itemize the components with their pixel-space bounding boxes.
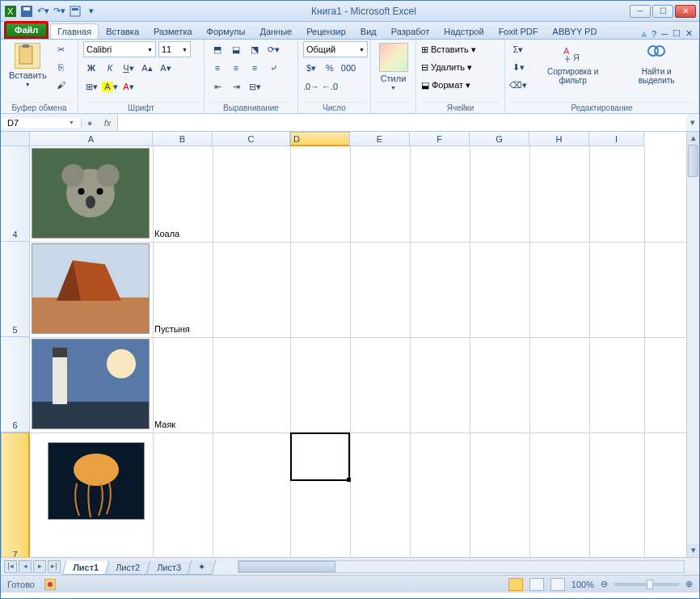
align-center-icon[interactable]: ≡ [228,60,244,76]
tab-рецензир[interactable]: Рецензир [299,23,353,39]
view-pagebreak-icon[interactable] [550,578,565,591]
format-cells-button[interactable]: ⬓Формат ▾ [421,77,470,93]
percent-icon[interactable]: % [322,60,338,76]
tab-главная[interactable]: Главная [50,23,99,39]
currency-icon[interactable]: $▾ [303,60,319,76]
undo-icon[interactable]: ↶▾ [36,5,49,18]
tab-разработ[interactable]: Разработ [384,23,436,39]
expand-fx-icon[interactable]: ▾ [686,117,699,128]
increase-decimal-icon[interactable]: .0→ [303,78,319,95]
horizontal-scrollbar[interactable] [238,560,685,573]
row-header-7[interactable]: 7 [1,432,30,557]
find-select-button[interactable]: Найти и выделить [619,41,694,86]
font-color-icon[interactable]: A▾ [120,78,137,95]
comma-icon[interactable]: 000 [340,60,356,76]
zoom-out-icon[interactable]: ⊖ [601,579,608,589]
col-header-C[interactable]: C [213,132,290,146]
insert-cells-button[interactable]: ⊞Вставить ▾ [421,41,476,57]
embedded-image-desert[interactable] [32,243,150,334]
fx-icon[interactable]: fx [98,118,117,128]
cells-area[interactable]: КоалаПустыняМаяк [30,146,686,557]
last-sheet-icon[interactable]: ▸| [48,560,61,573]
fill-color-icon[interactable]: A▾ [102,78,118,95]
orientation-icon[interactable]: ⟳▾ [265,41,281,57]
vertical-scrollbar[interactable]: ▴ ▾ [686,132,699,557]
font-name-select[interactable]: Calibri▼ [83,41,156,57]
tab-данные[interactable]: Данные [252,23,299,39]
shrink-font-icon[interactable]: A▾ [158,60,174,76]
zoom-level[interactable]: 100% [571,580,594,589]
name-box[interactable]: D7▼ [1,118,82,128]
doc-minimize-icon[interactable]: ─ [661,29,668,39]
cell-text[interactable]: Коала [153,227,181,240]
styles-button[interactable]: Стили ▼ [376,41,411,92]
autosum-icon[interactable]: Σ▾ [510,41,526,57]
underline-icon[interactable]: Ч▾ [120,60,137,76]
macro-record-icon[interactable] [44,579,56,590]
doc-restore-icon[interactable]: ☐ [673,28,681,39]
col-header-H[interactable]: H [529,132,589,146]
tab-вставка[interactable]: Вставка [99,23,146,39]
next-sheet-icon[interactable]: ▸ [33,560,46,573]
sheet-tab-Лист3[interactable]: Лист3 [146,561,192,575]
first-sheet-icon[interactable]: |◂ [4,560,17,573]
doc-close-icon[interactable]: ✕ [685,28,693,39]
formula-input[interactable] [117,114,686,131]
col-header-G[interactable]: G [470,132,529,146]
clear-icon[interactable]: ⌫▾ [510,77,526,93]
embedded-image-lighthouse[interactable] [32,339,150,429]
embedded-image-jellyfish[interactable] [48,442,145,520]
copy-icon[interactable]: ⎘ [53,59,70,75]
help-icon[interactable]: ? [652,29,656,39]
grow-font-icon[interactable]: A▴ [139,60,155,76]
cell-text[interactable]: Пустыня [153,323,192,335]
tab-foxit pdf[interactable]: Foxit PDF [491,23,546,39]
tab-надстрой[interactable]: Надстрой [436,23,491,39]
select-all-corner[interactable] [1,132,30,146]
scroll-up-icon[interactable]: ▴ [687,132,699,145]
scroll-down-icon[interactable]: ▾ [687,544,699,557]
number-format-select[interactable]: Общий▼ [303,41,368,57]
save-icon[interactable] [20,5,33,18]
paste-button[interactable]: Вставить ▼ [6,41,50,89]
zoom-slider[interactable] [614,583,679,586]
format-painter-icon[interactable]: 🖌 [53,77,70,93]
view-normal-icon[interactable] [508,578,523,591]
align-bottom-icon[interactable]: ⬔ [247,41,263,57]
merge-icon[interactable]: ⊟▾ [247,78,263,95]
align-top-icon[interactable]: ⬒ [209,41,226,57]
sort-filter-button[interactable]: АЯ Сортировка и фильтр [529,41,616,86]
redo-icon[interactable]: ↷▾ [53,5,65,18]
maximize-button[interactable]: ☐ [652,5,673,18]
align-right-icon[interactable]: ≡ [247,60,263,76]
col-header-D[interactable]: D [290,132,350,146]
scroll-thumb[interactable] [688,145,698,177]
font-size-select[interactable]: 11▼ [158,41,191,57]
active-cell[interactable] [290,432,350,481]
tab-abbyy pd[interactable]: ABBYY PD [546,23,605,39]
align-middle-icon[interactable]: ⬓ [228,41,244,57]
embedded-image-koala[interactable] [32,148,150,238]
tab-разметка[interactable]: Разметка [146,23,200,39]
qat-more-icon[interactable] [69,5,82,18]
align-left-icon[interactable]: ≡ [209,60,226,76]
tab-file[interactable]: Файл [4,21,48,39]
decrease-indent-icon[interactable]: ⇤ [209,78,226,95]
sheet-tab-Лист2[interactable]: Лист2 [105,561,151,575]
tab-вид[interactable]: Вид [353,23,384,39]
new-sheet-button[interactable]: ✦ [188,560,217,575]
row-header-5[interactable]: 5 [1,242,30,337]
col-header-A[interactable]: A [30,132,153,146]
cell-text[interactable]: Маяк [153,418,177,431]
tab-формулы[interactable]: Формулы [200,23,253,39]
sheet-tab-Лист1[interactable]: Лист1 [62,561,110,575]
zoom-in-icon[interactable]: ⊕ [685,579,693,589]
bold-icon[interactable]: Ж [83,60,99,76]
row-header-6[interactable]: 6 [1,337,30,432]
delete-cells-button[interactable]: ⊟Удалить ▾ [421,59,472,75]
decrease-decimal-icon[interactable]: ←.0 [322,78,338,95]
cut-icon[interactable]: ✂ [53,41,70,57]
border-icon[interactable]: ⊞▾ [83,78,99,95]
prev-sheet-icon[interactable]: ◂ [19,560,32,573]
row-header-4[interactable]: 4 [1,146,30,242]
